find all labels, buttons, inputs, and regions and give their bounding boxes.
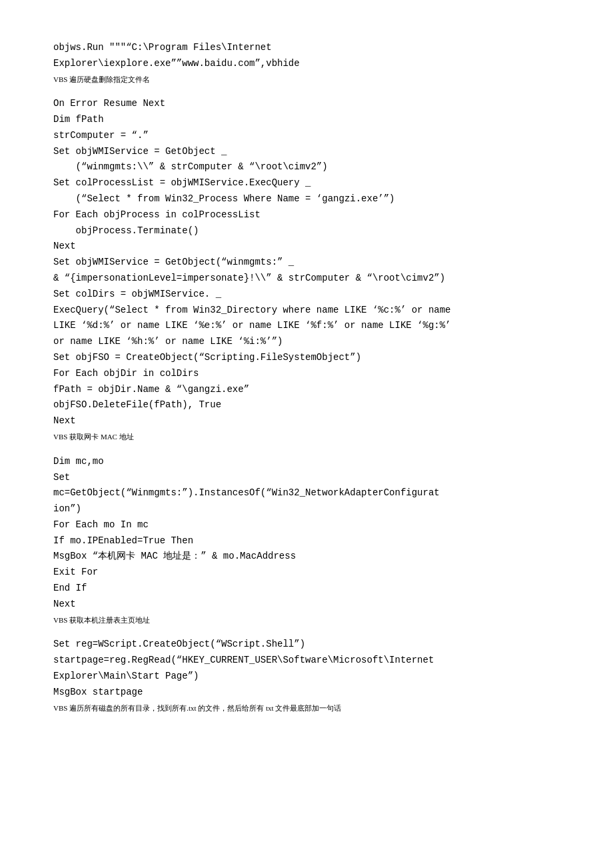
code-mac: Dim mc,mo Set mc=GetObject(“Winmgmts:”).…: [53, 454, 573, 613]
section-wmi-process: On Error Resume Next Dim fPath strComput…: [53, 96, 573, 443]
comment-delete-label: VBS 遍历硬盘删除指定文件名: [53, 73, 573, 86]
comment-mac-label: VBS 获取网卡 MAC 地址: [53, 431, 573, 443]
section-mac: Dim mc,mo Set mc=GetObject(“Winmgmts:”).…: [53, 454, 573, 627]
code-run-ie: objws.Run """“C:\Program Files\Internet …: [53, 40, 573, 72]
code-wmi-process: On Error Resume Next Dim fPath strComput…: [53, 96, 573, 429]
section-run-ie: objws.Run """“C:\Program Files\Internet …: [53, 40, 573, 85]
section-homepage: Set reg=WScript.CreateObject(“WScript.Sh…: [53, 637, 573, 714]
comment-traverse-label: VBS 遍历所有磁盘的所有目录，找到所有.txt 的文件，然后给所有 txt 文…: [53, 702, 573, 715]
code-homepage: Set reg=WScript.CreateObject(“WScript.Sh…: [53, 637, 573, 700]
comment-homepage-label: VBS 获取本机注册表主页地址: [53, 614, 573, 627]
page-content: objws.Run """“C:\Program Files\Internet …: [53, 40, 573, 714]
